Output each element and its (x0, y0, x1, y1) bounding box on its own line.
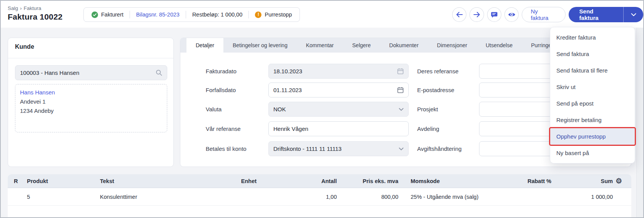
due-date-label: Forfallsdato (206, 83, 236, 97)
currency-select: NOK (268, 102, 409, 117)
send-invoice-dropdown-menu: Krediter faktura Send faktura Send faktu… (550, 27, 635, 164)
menu-item-registrer-betaling[interactable]: Registrer betaling (550, 112, 635, 128)
invoice-date-field: 18.10.2023 (268, 64, 409, 79)
currency-label: Valuta (206, 102, 221, 117)
currency-value: NOK (273, 106, 396, 112)
next-invoice-button[interactable] (469, 7, 484, 22)
tab-dimensjoner[interactable]: Dimensjoner (428, 38, 477, 53)
cell-pris: 800,00 (337, 194, 398, 200)
customer-search-field[interactable] (15, 65, 167, 80)
col-header-antall: Antall (287, 178, 337, 184)
customer-address-line1: Andevei 1 (20, 97, 162, 106)
search-icon (156, 69, 162, 76)
toolbar: Ny faktura Send faktura (452, 7, 643, 22)
tab-detaljer[interactable]: Detaljer (186, 38, 223, 53)
col-header-pris: Pris eks. mva (337, 178, 398, 184)
vat-handling-label: Avgiftshåndtering (417, 141, 462, 156)
top-header: Salg›Faktura Faktura 10022 Fakturert Bil… (1, 1, 643, 28)
status-reminder-stop-label: Purrestopp (265, 12, 292, 18)
arrow-right-icon (473, 12, 480, 17)
new-invoice-button[interactable]: Ny faktura (522, 7, 565, 22)
menu-item-krediter-faktura[interactable]: Krediter faktura (550, 29, 635, 46)
comments-button[interactable] (487, 7, 501, 22)
status-balance: Restbeløp: 1 000,00 (186, 12, 249, 18)
col-header-sum: Sum (551, 178, 613, 184)
menu-item-send-pa-epost[interactable]: Send på epost (550, 95, 635, 112)
customer-address-box: Hans Hansen Andevei 1 1234 Andeby (15, 84, 167, 132)
due-date-field[interactable] (268, 83, 409, 97)
tab-kommentar[interactable]: Kommentar (297, 38, 343, 53)
cell-tekst: Konsulenttimer (100, 194, 241, 200)
menu-item-skriv-ut[interactable]: Skriv ut (550, 79, 635, 95)
status-balance-label: Restbeløp: 1 000,00 (192, 12, 243, 18)
menu-item-opphev-purrestopp[interactable]: Opphev purrestopp (550, 128, 635, 145)
invoice-date-value: 18.10.2023 (273, 68, 394, 74)
previous-invoice-button[interactable] (452, 7, 466, 22)
our-reference-input[interactable] (273, 126, 404, 132)
scrollbar-track[interactable] (636, 28, 643, 217)
col-header-rabatt: Rabatt % (523, 178, 551, 184)
calendar-icon[interactable] (397, 87, 404, 93)
breadcrumb-separator-icon: › (20, 5, 22, 11)
chevron-down-icon (399, 108, 404, 111)
customer-panel-title: Kunde (15, 43, 34, 50)
cell-antall: 1,00 (287, 194, 337, 200)
voucher-number-link[interactable]: Bilagsnr. 85-2023 (136, 12, 180, 18)
department-label: Avdeling (417, 121, 439, 136)
eye-icon (508, 12, 516, 17)
table-row[interactable]: 5 Konsulenttimer 1,00 800,00 25% - Utgåe… (8, 188, 631, 206)
tab-dokumenter[interactable]: Dokumenter (380, 38, 428, 53)
status-reminder-stop: ! Purrestopp (249, 12, 298, 18)
invoice-lines-table: R Produkt Tekst Enhet Antall Pris eks. m… (8, 174, 631, 218)
pay-account-value: Driftskonto - 1111 11 11113 (273, 145, 396, 152)
customer-address-line2: 1234 Andeby (20, 106, 162, 116)
customer-search-input[interactable] (20, 69, 156, 76)
arrow-left-icon (456, 12, 463, 17)
col-header-tekst: Tekst (100, 178, 241, 184)
invoice-date-label: Fakturadato (206, 64, 236, 79)
status-invoiced: Fakturert (85, 12, 130, 18)
tab-selgere[interactable]: Selgere (343, 38, 380, 53)
cell-momskode: 25% - Utgående mva (salg) (411, 194, 523, 200)
table-header-row: R Produkt Tekst Enhet Antall Pris eks. m… (8, 174, 631, 188)
pay-account-select: Driftskonto - 1111 11 11113 (268, 141, 409, 156)
invoice-status-bar: Fakturert Bilagsnr. 85-2023 Restbeløp: 1… (83, 7, 300, 22)
gear-icon[interactable]: ⚙ (616, 177, 622, 185)
email-label: E-postadresse (417, 83, 454, 97)
col-header-enhet: Enhet (241, 178, 287, 184)
pay-account-label: Betales til konto (206, 141, 246, 156)
table-settings-cell: ⚙ (613, 177, 625, 185)
cell-produkt: 5 (27, 194, 100, 200)
calendar-icon (397, 68, 404, 74)
col-header-produkt: Produkt (27, 178, 100, 184)
menu-item-send-faktura[interactable]: Send faktura (550, 46, 635, 62)
tab-betingelser-og-levering[interactable]: Betingelser og levering (223, 38, 296, 53)
our-reference-label: Vår referanse (206, 121, 241, 136)
menu-item-ny-basert-pa[interactable]: Ny basert på (550, 145, 635, 161)
customer-name-link[interactable]: Hans Hansen (20, 88, 162, 97)
status-invoiced-label: Fakturert (101, 12, 123, 18)
breadcrumb: Salg›Faktura (8, 5, 41, 11)
send-invoice-label[interactable]: Send faktura (569, 7, 624, 22)
chat-bubble-icon (491, 12, 498, 18)
breadcrumb-salg[interactable]: Salg (8, 5, 18, 11)
preview-button[interactable] (504, 7, 519, 22)
check-circle-icon (92, 12, 98, 18)
col-header-momskode: Momskode (411, 178, 523, 184)
breadcrumb-faktura: Faktura (24, 5, 42, 11)
status-voucher: Bilagsnr. 85-2023 (130, 12, 186, 18)
app-window: Salg›Faktura Faktura 10022 Fakturert Bil… (0, 0, 644, 218)
col-header-r: R (14, 178, 27, 184)
page-title: Faktura 10022 (8, 12, 63, 21)
warning-circle-icon: ! (255, 12, 261, 18)
cell-sum: 1 000,00 (551, 194, 613, 200)
menu-item-send-faktura-til-flere[interactable]: Send faktura til flere (550, 62, 635, 79)
our-reference-field[interactable] (268, 121, 409, 136)
tab-utsendelse[interactable]: Utsendelse (476, 38, 522, 53)
their-reference-label: Deres referanse (417, 64, 459, 79)
chevron-down-icon (399, 147, 404, 150)
due-date-input[interactable] (273, 87, 394, 93)
send-invoice-button[interactable]: Send faktura (569, 7, 643, 22)
chevron-down-icon (631, 13, 636, 17)
send-invoice-menu-toggle[interactable] (624, 7, 643, 22)
